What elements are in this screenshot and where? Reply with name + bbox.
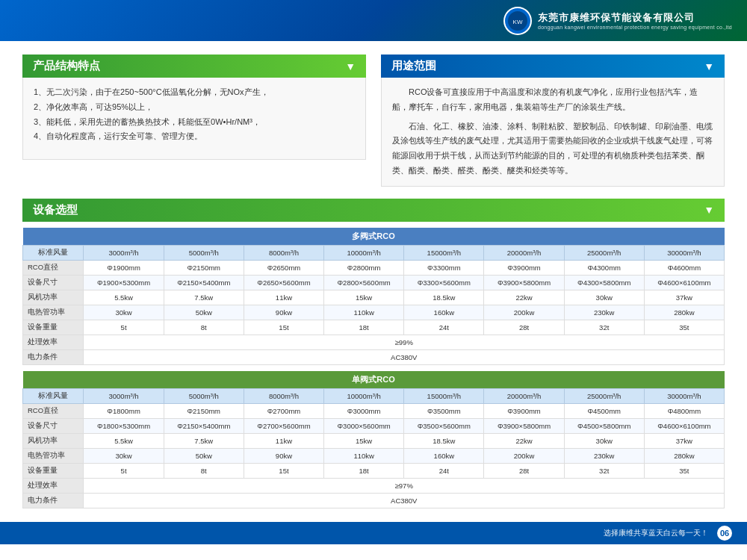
table-row: 设备尺寸 Φ1900×5300mm Φ2150×5400mm Φ2650×560…: [23, 275, 725, 290]
cell: Φ3900×5800mm: [484, 418, 564, 433]
cell: 5.5kw: [84, 433, 164, 448]
table-row: 电力条件 AC380V: [23, 493, 725, 508]
cell: Φ3500mm: [404, 403, 484, 418]
cell: 35t: [644, 463, 724, 478]
cell: 110kw: [324, 448, 404, 463]
table2-section: 单阀式RCO 标准风量 3000m³/h 5000m³/h 8000m³/h 1…: [22, 371, 725, 508]
table2-header-row: 标准风量 3000m³/h 5000m³/h 8000m³/h 10000m³/…: [23, 388, 725, 403]
cell: 22kw: [484, 290, 564, 305]
product-features-section: 产品结构特点 ▼ 1、无二次污染，由于在250~500°C低温氧化分解，无NOx…: [22, 55, 366, 187]
feature-item-1: 1、无二次污染，由于在250~500°C低温氧化分解，无NOx产生，: [34, 85, 355, 100]
table1: 多阀式RCO 标准风量 3000m³/h 5000m³/h 8000m³/h 1…: [22, 228, 725, 365]
cell: 280kw: [644, 305, 724, 320]
cell: 230kw: [564, 448, 644, 463]
features-arrow-icon: ▼: [345, 60, 356, 72]
page-number: 06: [717, 526, 732, 541]
table1-section: 多阀式RCO 标准风量 3000m³/h 5000m³/h 8000m³/h 1…: [22, 228, 725, 365]
cell: Φ4500mm: [564, 403, 644, 418]
row-label: RCO直径: [23, 403, 84, 418]
table-row: 处理效率 ≥97%: [23, 478, 725, 493]
cell: 5t: [84, 463, 164, 478]
row-label: 设备重量: [23, 320, 84, 335]
usage-body: RCO设备可直接应用于中高温度和浓度的有机废气净化，应用行业包括汽车，造船，摩托…: [381, 78, 725, 187]
cell: 37kw: [644, 433, 724, 448]
table2-title-row: 单阀式RCO: [23, 371, 725, 389]
cell: 30kw: [84, 448, 164, 463]
cell: Φ4600×6100mm: [644, 275, 724, 290]
table1-title-row: 多阀式RCO: [23, 228, 725, 246]
cell: 30kw: [564, 290, 644, 305]
row-label: 电力条件: [23, 493, 84, 508]
table-row: 设备尺寸 Φ1800×5300mm Φ2150×5400mm Φ2700×560…: [23, 418, 725, 433]
row-label: 处理效率: [23, 335, 84, 349]
table-row: RCO直径 Φ1800mm Φ2150mm Φ2700mm Φ3000mm Φ3…: [23, 403, 725, 418]
col-header-3: 8000m³/h: [244, 245, 323, 260]
table1-header-row: 标准风量 3000m³/h 5000m³/h 8000m³/h 10000m³/…: [23, 245, 725, 260]
product-features-header: 产品结构特点 ▼: [22, 55, 366, 78]
cell: 18.5kw: [404, 290, 484, 305]
col-header-5: 15000m³/h: [404, 245, 484, 260]
cell: 18t: [324, 463, 404, 478]
cell: 28t: [484, 320, 564, 335]
cell: Φ1800mm: [84, 403, 164, 418]
row-label: 电热管功率: [23, 448, 84, 463]
row-label: 设备尺寸: [23, 418, 84, 433]
main-content: 产品结构特点 ▼ 1、无二次污染，由于在250~500°C低温氧化分解，无NOx…: [0, 41, 747, 522]
cell: 200kw: [484, 305, 564, 320]
cell: 18t: [324, 320, 404, 335]
col-header-6: 20000m³/h: [484, 245, 564, 260]
usage-header: 用途范围 ▼: [381, 55, 725, 78]
cell: 15kw: [324, 290, 404, 305]
cell: Φ2150×5400mm: [164, 418, 244, 433]
cell: 24t: [404, 463, 484, 478]
col-header-2: 5000m³/h: [164, 245, 244, 260]
cell: 24t: [404, 320, 484, 335]
footer-slogan: 选择康维共享蓝天白云每一天！: [604, 528, 708, 538]
cell: 15t: [244, 463, 323, 478]
cell: 90kw: [244, 305, 323, 320]
page-header: KW 东莞市康维环保节能设备有限公司 dongguan kangwei envi…: [0, 0, 747, 41]
cell: 230kw: [564, 305, 644, 320]
cell: 200kw: [484, 448, 564, 463]
col-header-8: 30000m³/h: [644, 245, 724, 260]
row-label: 电力条件: [23, 349, 84, 364]
cell: Φ2650×5600mm: [244, 275, 323, 290]
equip-selection-header: 设备选型 ▼: [22, 199, 725, 222]
feature-item-4: 4、自动化程度高，运行安全可靠、管理方便。: [34, 129, 355, 144]
col-header-6: 20000m³/h: [484, 388, 564, 403]
row-label: 风机功率: [23, 290, 84, 305]
cell: Φ2800mm: [324, 260, 404, 275]
cell: 32t: [564, 463, 644, 478]
col-header-4: 10000m³/h: [324, 388, 404, 403]
cell: Φ3300×5600mm: [404, 275, 484, 290]
cell: Φ2150mm: [164, 260, 244, 275]
table-row: 设备重量 5t 8t 15t 18t 24t 28t 32t 35t: [23, 463, 725, 478]
cell: 50kw: [164, 448, 244, 463]
logo-area: KW 东莞市康维环保节能设备有限公司 dongguan kangwei envi…: [503, 7, 732, 35]
cell: Φ4600×6100mm: [644, 418, 724, 433]
cell: 160kw: [404, 305, 484, 320]
col-header-1: 3000m³/h: [84, 388, 164, 403]
usage-para1: RCO设备可直接应用于中高温度和浓度的有机废气净化，应用行业包括汽车，造船，摩托…: [392, 85, 713, 115]
cell: 160kw: [404, 448, 484, 463]
usage-para2: 石油、化工、橡胶、油漆、涂料、制鞋粘胶、塑胶制品、印铁制罐、印刷油墨、电缆及涂包…: [392, 119, 713, 178]
cell: 280kw: [644, 448, 724, 463]
usage-title: 用途范围: [391, 59, 436, 73]
cell: Φ3500×5600mm: [404, 418, 484, 433]
cell: Φ2650mm: [244, 260, 323, 275]
table-row: 风机功率 5.5kw 7.5kw 11kw 15kw 18.5kw 22kw 3…: [23, 433, 725, 448]
row-label: RCO直径: [23, 260, 84, 275]
feature-item-3: 3、能耗低，采用先进的蓄热换热技术，耗能低至0W•Hr/NM³，: [34, 115, 355, 130]
col-header-7: 25000m³/h: [564, 245, 644, 260]
span-cell: AC380V: [84, 493, 725, 508]
cell: 22kw: [484, 433, 564, 448]
cell: Φ2150mm: [164, 403, 244, 418]
feature-item-2: 2、净化效率高，可达95%以上，: [34, 100, 355, 115]
cell: Φ1900×5300mm: [84, 275, 164, 290]
cell: Φ2700×5600mm: [244, 418, 323, 433]
page-footer: 选择康维共享蓝天白云每一天！ 06: [0, 522, 747, 544]
cell: Φ3300mm: [404, 260, 484, 275]
col-header-8: 30000m³/h: [644, 388, 724, 403]
row-label: 风机功率: [23, 433, 84, 448]
cell: Φ3000×5600mm: [324, 418, 404, 433]
